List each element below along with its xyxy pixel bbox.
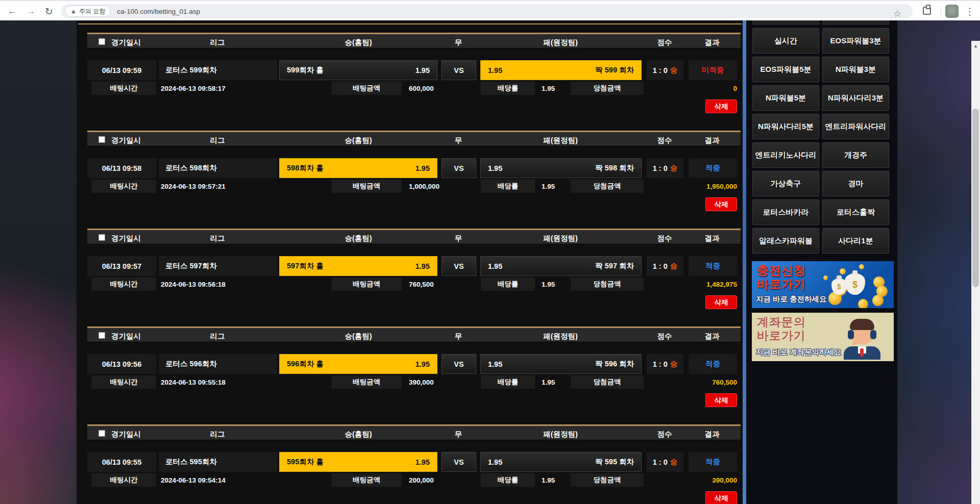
- deposit-banner-title: 충전신청 바로가기: [757, 264, 806, 291]
- sidebar-cutoff-button[interactable]: [752, 20, 819, 24]
- score-outcome: 승: [670, 261, 678, 271]
- payout-value: 1,482,975: [644, 278, 737, 291]
- bet-time-value: 2024-06-13 09:55:18: [161, 375, 226, 389]
- sidebar-game-button[interactable]: N파워사다리5분: [752, 114, 819, 139]
- match-time: 06/13 09:59: [87, 60, 156, 80]
- account-banner-title: 계좌문의 바로가기: [757, 315, 806, 343]
- payout-label: 당첨금액: [571, 82, 644, 95]
- bet-amount-value: 390,000: [409, 375, 434, 389]
- select-checkbox[interactable]: [99, 234, 105, 241]
- deposit-banner[interactable]: 충전신청 바로가기 지금 바로 충전하세요 $: [752, 261, 894, 308]
- browser-menu-icon[interactable]: ⋮: [962, 3, 978, 19]
- content-right-edge: [743, 20, 746, 504]
- away-odds-cell[interactable]: 1.95 짝 597 회차: [480, 256, 642, 276]
- result-text: 적중: [705, 163, 720, 173]
- delete-button[interactable]: 삭제: [705, 393, 737, 407]
- away-odds-cell[interactable]: 1.95 짝 595 회차: [480, 452, 642, 472]
- address-bar[interactable]: ▲ 주의 요함 ca-100.com/betting_01.asp ☆: [61, 4, 913, 18]
- back-icon[interactable]: ←: [4, 3, 20, 19]
- payout-label: 당첨금액: [571, 180, 644, 193]
- delete-button[interactable]: 삭제: [705, 99, 737, 113]
- home-odds-cell[interactable]: 598회차 홀 1.95: [279, 158, 437, 178]
- away-odds-cell[interactable]: 1.95 짝 599 회차: [480, 60, 642, 80]
- header-league: 리그: [210, 38, 225, 47]
- sidebar-game-button[interactable]: 사다리1분: [822, 228, 889, 254]
- sidebar-game-button[interactable]: EOS파워볼5분: [752, 57, 819, 82]
- header-draw: 무: [455, 430, 462, 439]
- sidebar-game-button[interactable]: N파워볼5분: [752, 85, 819, 111]
- select-checkbox[interactable]: [99, 136, 105, 143]
- sidebar-game-button[interactable]: 개경주: [822, 142, 889, 168]
- account-banner[interactable]: 계좌문의 바로가기 지금 바로 계좌문의하세요: [752, 313, 894, 361]
- match-time: 06/13 09:55: [87, 452, 156, 472]
- profile-avatar[interactable]: [945, 5, 959, 18]
- header-score: 점수: [657, 234, 672, 243]
- select-checkbox[interactable]: [99, 38, 105, 45]
- page-scrollbar[interactable]: ▲ ▼: [971, 41, 980, 504]
- bet-time-value: 2024-06-13 09:54:14: [161, 473, 226, 487]
- home-odds-cell[interactable]: 597회차 홀 1.95: [279, 256, 437, 276]
- header-home: 승(홈팀): [345, 430, 372, 439]
- betting-section: 경기일시 리그 승(홈팀) 무 패(원정팀) 점수 결과 06/13 09:59…: [87, 33, 741, 131]
- vs-cell: VS: [442, 60, 476, 80]
- result-cell: 적중: [689, 158, 737, 178]
- home-odds-cell[interactable]: 595회차 홀 1.95: [279, 452, 437, 472]
- browser-toolbar: ← → ↻ ▲ 주의 요함 ca-100.com/betting_01.asp …: [0, 0, 980, 20]
- sidebar-game-button[interactable]: 엔트리키노사다리: [752, 142, 819, 168]
- home-team-name: 598회차 홀: [287, 163, 324, 173]
- score-value: 1 : 0: [653, 66, 668, 74]
- header-date: 경기일시: [111, 234, 141, 243]
- home-odds: 1.95: [415, 360, 430, 368]
- delete-button[interactable]: 삭제: [705, 197, 737, 211]
- sidebar-game-button[interactable]: N파워볼3분: [822, 57, 889, 82]
- home-team-name: 596회차 홀: [287, 359, 324, 369]
- away-odds-cell[interactable]: 1.95 짝 598 회차: [480, 158, 642, 178]
- select-checkbox[interactable]: [99, 332, 105, 339]
- league-name: 로터스 596회차: [159, 354, 277, 374]
- score-outcome: 승: [670, 359, 678, 369]
- section-header-row: 경기일시 리그 승(홈팀) 무 패(원정팀) 점수 결과: [87, 326, 741, 342]
- payout-value: 1,950,000: [644, 180, 737, 193]
- sidebar-game-button[interactable]: N파워사다리3분: [822, 85, 889, 111]
- sidebar-game-button[interactable]: 로터스홀짝: [822, 199, 889, 225]
- sidebar-game-button[interactable]: 가상축구: [752, 171, 819, 196]
- away-odds: 1.95: [488, 458, 502, 466]
- header-league: 리그: [210, 430, 225, 439]
- header-score: 점수: [657, 136, 672, 145]
- result-cell: 미적중: [689, 60, 737, 80]
- header-away: 패(원정팀): [543, 38, 578, 47]
- header-draw: 무: [455, 234, 462, 243]
- site-warning-badge[interactable]: ▲ 주의 요함: [65, 6, 111, 17]
- scroll-up-icon[interactable]: ▲: [971, 42, 980, 50]
- bet-amount-value: 760,500: [409, 278, 434, 291]
- header-home: 승(홈팀): [345, 332, 372, 341]
- bet-amount-label: 배팅금액: [331, 473, 402, 487]
- delete-button[interactable]: 삭제: [705, 295, 737, 309]
- header-date: 경기일시: [111, 38, 141, 47]
- bookmark-star-icon[interactable]: ☆: [889, 6, 905, 22]
- scrollbar-thumb[interactable]: [972, 109, 979, 287]
- sidebar-game-button[interactable]: 엔트리파워사다리: [822, 114, 889, 139]
- reload-icon[interactable]: ↻: [41, 3, 57, 19]
- bet-amount-value: 1,000,000: [409, 180, 439, 193]
- delete-button[interactable]: 삭제: [705, 491, 737, 504]
- url-text: ca-100.com/betting_01.asp: [117, 8, 200, 15]
- extensions-icon[interactable]: [923, 7, 931, 15]
- sidebar-game-button[interactable]: 로터스바카라: [752, 199, 819, 225]
- bet-odds-value: 1.95: [542, 473, 555, 487]
- payout-value: 0: [644, 82, 737, 95]
- sidebar-cutoff-button[interactable]: [822, 20, 889, 24]
- header-home: 승(홈팀): [345, 38, 372, 47]
- sidebar-game-button[interactable]: EOS파워볼3분: [822, 28, 889, 54]
- home-odds-cell[interactable]: 596회차 홀 1.95: [279, 354, 437, 374]
- sidebar-game-button[interactable]: 경마: [822, 171, 889, 196]
- home-odds-cell[interactable]: 599회차 홀 1.95: [279, 60, 437, 80]
- header-away: 패(원정팀): [543, 430, 578, 439]
- away-odds-cell[interactable]: 1.95 짝 596 회차: [480, 354, 642, 374]
- header-draw: 무: [455, 136, 462, 145]
- sidebar-game-button[interactable]: 실시간: [752, 28, 819, 54]
- forward-icon[interactable]: →: [22, 3, 39, 19]
- select-checkbox[interactable]: [99, 430, 105, 437]
- score-cell: 1 : 0 승: [647, 452, 683, 472]
- sidebar-game-button[interactable]: 알래스카파워볼: [752, 228, 819, 254]
